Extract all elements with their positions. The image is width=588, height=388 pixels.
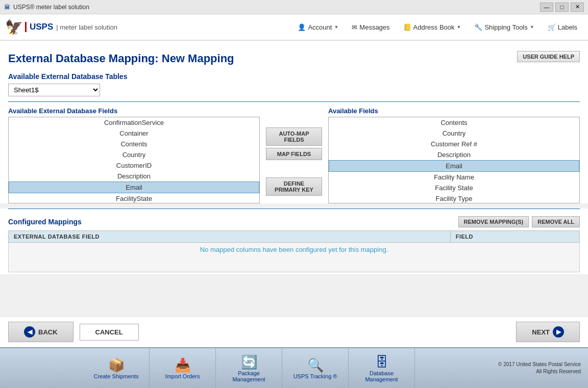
usps-eagle-icon: 🦅 (5, 19, 23, 36)
external-fields-wrap: Available External Database Fields Confi… (8, 107, 260, 203)
available-fields-label: Available Fields (328, 107, 580, 115)
account-dropdown-arrow: ▼ (334, 24, 338, 30)
addressbook-dropdown-arrow: ▼ (457, 24, 461, 30)
create-shipments-label: Create Shipments (94, 373, 139, 379)
taskbar-package-management[interactable]: 🔄 PackageManagement (216, 348, 282, 388)
config-header: Configured Mappings REMOVE MAPPING(S) RE… (8, 214, 580, 227)
nav-shippingtools[interactable]: 🔧 Shipping Tools ▼ (469, 20, 540, 35)
external-field-item[interactable]: ConfirmationService (9, 117, 259, 128)
external-field-item-email[interactable]: Email (9, 182, 259, 193)
window-controls: — □ ✕ (540, 3, 584, 12)
external-fields-list[interactable]: ConfirmationService Container Contents C… (8, 117, 260, 203)
external-field-item[interactable]: Country (9, 149, 259, 160)
external-field-item[interactable]: FacilityState (9, 193, 259, 203)
copyright-text: © 2017 United States Postal ServiceAll R… (498, 361, 588, 375)
configured-mappings-title: Configured Mappings (8, 218, 82, 226)
avail-field-item[interactable]: Facility Type (329, 193, 579, 203)
next-arrow-icon: ▶ (553, 326, 564, 338)
app-subtitle: | meter label solution (56, 23, 117, 31)
nav-bar: 🦅 USPS | meter label solution 👤 Account … (0, 14, 588, 41)
nav-logo: 🦅 USPS | meter label solution (5, 19, 117, 36)
config-action-buttons: REMOVE MAPPING(S) REMOVE ALL (458, 216, 580, 227)
shippingtools-icon: 🔧 (474, 23, 482, 31)
remove-mappings-button[interactable]: REMOVE MAPPING(S) (458, 216, 529, 227)
import-orders-label: Import Orders (165, 373, 200, 379)
available-fields-list[interactable]: Contents Country Customer Ref # Descript… (328, 117, 580, 203)
db-tables-section: Available External Database Tables Sheet… (8, 72, 580, 96)
taskbar-database-management[interactable]: 🗄 DatabaseManagement (349, 348, 415, 388)
middle-buttons: AUTO-MAP FIELDS MAP FIELDS DEFINE PRIMAR… (260, 107, 328, 196)
taskbar-usps-tracking[interactable]: 🔍 USPS Tracking ® (282, 348, 349, 388)
action-bar: ◀ BACK CANCEL NEXT ▶ (0, 316, 588, 347)
messages-icon: ✉ (352, 23, 357, 31)
back-button[interactable]: ◀ BACK (8, 322, 74, 342)
auto-map-fields-button[interactable]: AUTO-MAP FIELDS (266, 127, 322, 146)
main-content-inner: USER GUIDE HELP External Database Mappin… (0, 41, 588, 203)
empty-mappings-row: No mapped columns have been configured y… (9, 243, 580, 257)
usps-tracking-label: USPS Tracking ® (293, 373, 337, 379)
import-orders-icon: 📥 (175, 357, 191, 373)
back-label: BACK (38, 328, 58, 336)
title-bar-label: USPS® meter label solution (13, 4, 89, 11)
next-label: NEXT (532, 328, 550, 336)
addressbook-label: Address Book (413, 23, 455, 31)
database-management-label: DatabaseManagement (365, 370, 398, 382)
close-button[interactable]: ✕ (571, 3, 584, 12)
labels-label: Labels (558, 23, 577, 31)
package-management-icon: 🔄 (241, 354, 257, 370)
external-fields-label: Available External Database Fields (8, 107, 260, 115)
table-select-wrap: Sheet1$ (8, 84, 580, 96)
configured-mappings-section: Configured Mappings REMOVE MAPPING(S) RE… (0, 209, 588, 274)
addressbook-icon: 📒 (403, 23, 411, 31)
avail-field-item[interactable]: Contents (329, 117, 579, 128)
external-field-item[interactable]: Container (9, 128, 259, 139)
nav-addressbook[interactable]: 📒 Address Book ▼ (398, 20, 467, 35)
avail-field-item[interactable]: Facility Name (329, 172, 579, 183)
mapping-area: Available External Database Fields Confi… (8, 107, 580, 203)
maximize-button[interactable]: □ (555, 3, 569, 12)
define-primary-key-button[interactable]: DEFINE PRIMARY KEY (266, 177, 322, 196)
avail-field-item[interactable]: Description (329, 149, 579, 160)
content-wrap: USER GUIDE HELP External Database Mappin… (0, 41, 588, 347)
cancel-button[interactable]: CANCEL (80, 324, 139, 341)
configured-mappings-divider (8, 209, 580, 209)
nav-items: 👤 Account ▼ ✉ Messages 📒 Address Book ▼ … (292, 20, 583, 35)
table-filler-row (9, 256, 580, 272)
avail-field-item[interactable]: Country (329, 128, 579, 139)
nav-account[interactable]: 👤 Account ▼ (292, 20, 344, 35)
col-field: FIELD (450, 231, 579, 243)
table-select-dropdown[interactable]: Sheet1$ (8, 84, 100, 96)
nav-labels[interactable]: 🛒 Labels (542, 20, 583, 35)
user-guide-button[interactable]: USER GUIDE HELP (517, 51, 580, 62)
create-shipments-icon: 📦 (108, 357, 125, 373)
map-fields-button[interactable]: MAP FIELDS (266, 148, 322, 160)
avail-field-item[interactable]: Facility State (329, 183, 579, 193)
taskbar-import-orders[interactable]: 📥 Import Orders (150, 348, 216, 388)
avail-field-item-email[interactable]: Email (329, 160, 579, 172)
external-field-item[interactable]: CustomerID (9, 160, 259, 171)
usps-tracking-icon: 🔍 (307, 357, 324, 373)
available-fields-wrap: Available Fields Contents Country Custom… (328, 107, 580, 203)
shippingtools-dropdown-arrow: ▼ (530, 24, 534, 30)
remove-all-button[interactable]: REMOVE ALL (532, 216, 580, 227)
external-field-item[interactable]: Description (9, 171, 259, 182)
back-arrow-icon: ◀ (24, 326, 35, 338)
page-title: External Database Mapping: New Mapping (8, 47, 580, 68)
external-field-item[interactable]: Contents (9, 139, 259, 149)
avail-field-item[interactable]: Customer Ref # (329, 139, 579, 149)
labels-icon: 🛒 (548, 23, 556, 31)
nav-messages[interactable]: ✉ Messages (346, 20, 395, 35)
minimize-button[interactable]: — (540, 3, 553, 12)
shippingtools-label: Shipping Tools (484, 23, 527, 31)
usps-brand-text: USPS (25, 22, 53, 32)
messages-label: Messages (359, 23, 389, 31)
database-management-icon: 🗄 (375, 354, 388, 370)
db-tables-label: Available External Database Tables (8, 72, 580, 81)
account-label: Account (308, 23, 332, 31)
main-content: USER GUIDE HELP External Database Mappin… (0, 41, 588, 316)
app-icon: 🏛 (4, 4, 10, 11)
taskbar: 📦 Create Shipments 📥 Import Orders 🔄 Pac… (0, 347, 588, 388)
next-button[interactable]: NEXT ▶ (516, 322, 580, 342)
taskbar-items: 📦 Create Shipments 📥 Import Orders 🔄 Pac… (0, 348, 498, 388)
taskbar-create-shipments[interactable]: 📦 Create Shipments (83, 348, 150, 388)
